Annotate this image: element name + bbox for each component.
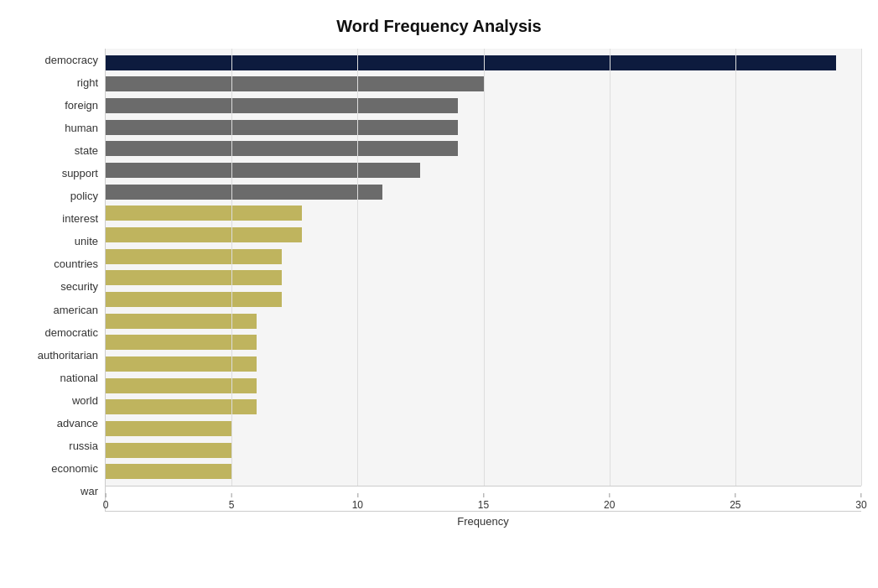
- bar: [106, 292, 282, 307]
- grid-line: [861, 49, 862, 486]
- bar: [106, 206, 302, 221]
- y-label: national: [60, 367, 98, 388]
- y-label: authoritarian: [38, 344, 98, 366]
- y-label: security: [60, 276, 98, 298]
- bar: [106, 399, 257, 414]
- bar: [106, 421, 231, 436]
- x-tick: 0: [103, 493, 109, 511]
- y-label: right: [77, 72, 98, 94]
- grid-line: [231, 49, 232, 486]
- x-tick: 20: [604, 493, 615, 511]
- y-label: economic: [51, 457, 98, 479]
- bar: [106, 120, 458, 135]
- chart-title: Word Frequency Analysis: [17, 17, 861, 36]
- y-label: democratic: [44, 321, 98, 343]
- grid-line: [357, 49, 358, 486]
- y-label: unite: [75, 231, 98, 252]
- bar: [106, 249, 282, 264]
- bar: [106, 141, 458, 156]
- bar: [106, 378, 257, 393]
- bar: [106, 76, 484, 91]
- y-label: american: [54, 299, 98, 320]
- grid-line: [610, 49, 610, 486]
- y-label: advance: [57, 412, 98, 434]
- x-tick: 15: [478, 493, 489, 511]
- y-label: countries: [54, 253, 98, 275]
- bar: [106, 55, 836, 70]
- bar: [106, 163, 420, 178]
- grid-line: [735, 49, 736, 486]
- y-label: support: [62, 163, 98, 185]
- x-axis-label: Frequency: [105, 515, 861, 528]
- bar: [106, 227, 302, 242]
- bar: [106, 335, 257, 350]
- chart-container: Word Frequency Analysis democracyrightfo…: [0, 0, 878, 588]
- y-label: state: [75, 140, 98, 162]
- x-tick: 30: [855, 493, 866, 511]
- chart-area: democracyrightforeignhumanstatesupportpo…: [17, 49, 861, 528]
- y-label: policy: [70, 185, 98, 207]
- y-label: russia: [69, 434, 98, 456]
- x-tick: 25: [730, 493, 740, 511]
- x-tick: 5: [229, 493, 235, 511]
- y-labels: democracyrightforeignhumanstatesupportpo…: [17, 49, 105, 528]
- bar: [106, 464, 231, 479]
- grid-line: [484, 49, 485, 486]
- y-label: democracy: [44, 49, 98, 71]
- y-label: world: [72, 389, 98, 411]
- y-label: interest: [62, 208, 98, 230]
- bar: [106, 185, 382, 200]
- bars-area: [106, 49, 861, 486]
- y-label: foreign: [65, 95, 98, 117]
- bar: [106, 98, 458, 113]
- bar: [106, 443, 231, 458]
- bar: [106, 356, 257, 372]
- y-label: human: [65, 117, 98, 139]
- x-axis: 051015202530: [106, 486, 861, 511]
- bar: [106, 314, 257, 329]
- bars-and-x: 051015202530: [105, 49, 861, 512]
- bar: [106, 270, 282, 285]
- x-tick: 10: [352, 493, 363, 511]
- y-label: war: [81, 480, 98, 502]
